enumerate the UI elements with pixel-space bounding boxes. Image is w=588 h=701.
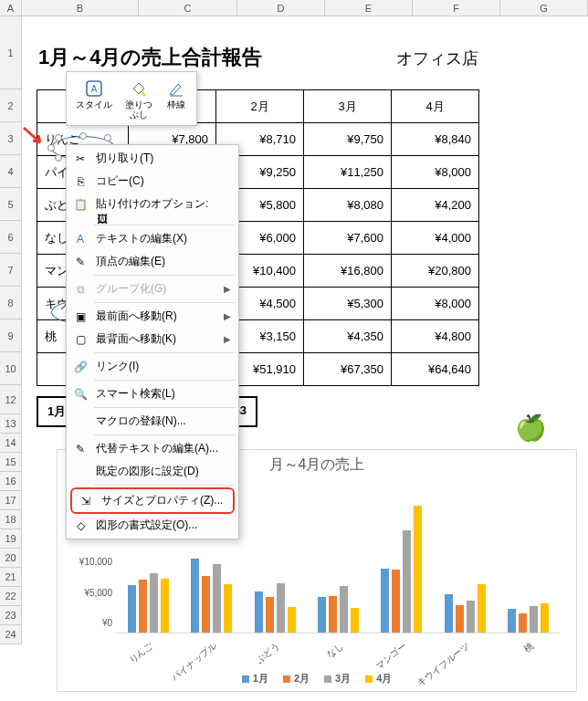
border-button[interactable]: 枠線 [160,76,193,121]
menu-paste-options[interactable]: 📋貼り付けのオプション: [67,193,238,215]
shop-name: オフィス店 [396,47,478,69]
menu-macro[interactable]: マクロの登録(N)... [67,410,238,433]
menu-send-back[interactable]: ▢最背面へ移動(K)▶ [67,328,238,350]
menu-edit-points[interactable]: ✎頂点の編集(E) [67,250,238,273]
search-icon: 🔍 [72,386,89,403]
size-icon: ⇲ [78,493,94,509]
edit-points-icon: ✎ [72,254,89,270]
red-arrow-annotation [22,126,44,148]
alt-text-icon: ✎ [72,441,89,457]
copy-icon: ⎘ [72,173,89,190]
edit-text-icon: A [72,231,89,247]
menu-set-default[interactable]: 既定の図形に設定(D) [67,460,238,483]
format-icon: ◇ [72,518,89,534]
menu-link[interactable]: 🔗リンク(I) [67,355,238,378]
link-icon: 🔗 [72,359,89,375]
fill-icon [128,78,150,99]
menu-smart-lookup[interactable]: 🔍スマート検索(L) [67,382,238,405]
border-icon [165,78,187,99]
group-icon: ⧉ [72,281,89,298]
style-button[interactable]: A スタイル [70,76,118,121]
back-icon: ▢ [72,331,89,348]
paste-picture-icon: 🖼 [94,211,110,227]
style-icon: A [83,78,105,99]
menu-paste-picture[interactable]: 🖼 [67,215,238,223]
menu-size-properties[interactable]: ⇲サイズとプロパティ(Z)... [72,489,233,512]
page-title: 1月～4月の売上合計報告 [38,44,262,71]
row-headers: 1234567891012131415161718192021222324 [0,16,22,644]
menu-cut[interactable]: ✂切り取り(T) [67,147,238,170]
menu-edit-text[interactable]: Aテキストの編集(X) [67,227,238,250]
context-menu: ✂切り取り(T) ⎘コピー(C) 📋貼り付けのオプション: 🖼 Aテキストの編集… [66,144,239,539]
chart-legend: 1月 2月 3月 4月 [58,672,576,685]
menu-copy[interactable]: ⎘コピー(C) [67,170,238,193]
menu-bring-front[interactable]: ▣最前面へ移動(R)▶ [67,305,238,328]
cut-icon: ✂ [72,151,89,167]
svg-text:A: A [91,84,98,94]
fill-button[interactable]: 塗りつ ぶし [120,76,158,121]
menu-format-shape[interactable]: ◇図形の書式設定(O)... [67,514,238,537]
mini-toolbar: A スタイル 塗りつ ぶし 枠線 [66,71,197,126]
apple-image: 🍏 [515,413,547,443]
column-headers: ABCDEFG [0,0,588,16]
menu-group: ⧉グループ化(G)▶ [67,277,238,300]
front-icon: ▣ [72,309,89,325]
paste-icon: 📋 [72,196,89,213]
menu-alt-text[interactable]: ✎代替テキストの編集(A)... [67,437,238,460]
